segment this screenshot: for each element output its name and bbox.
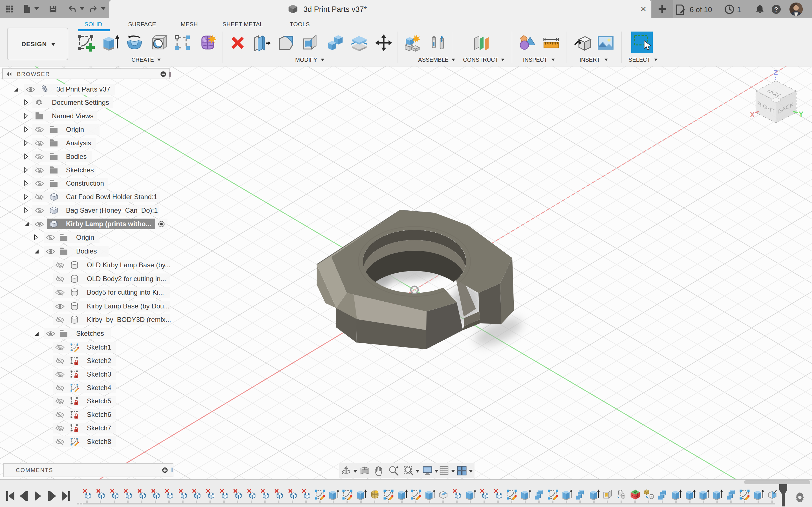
svg-text:X: X xyxy=(750,111,755,119)
svg-text:Y: Y xyxy=(799,110,804,118)
svg-text:Z: Z xyxy=(773,68,777,76)
